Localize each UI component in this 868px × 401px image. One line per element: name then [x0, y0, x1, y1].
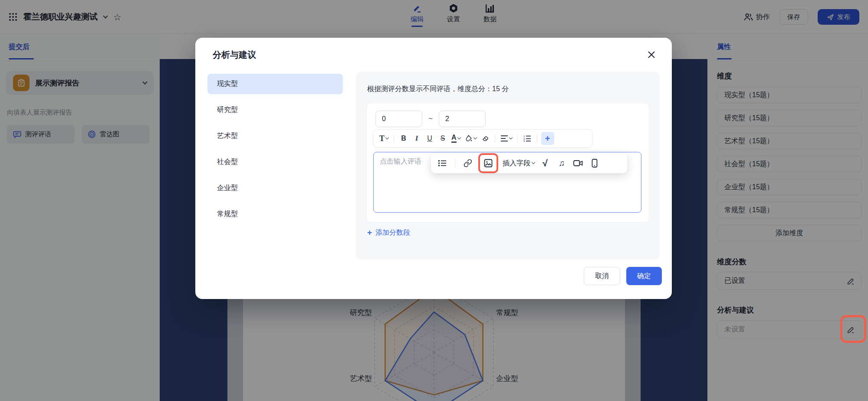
- text-color-glyph: A: [451, 134, 457, 143]
- add-score-range-button[interactable]: + 添加分数段: [367, 228, 410, 237]
- category-label: 常规型: [217, 210, 238, 219]
- image-icon: [484, 159, 493, 168]
- insert-audio-button[interactable]: ♫: [556, 156, 568, 171]
- font-style-label: T: [379, 134, 385, 143]
- highlight-color-button[interactable]: [464, 132, 478, 145]
- italic-button[interactable]: I: [411, 132, 422, 145]
- plus-icon: +: [367, 228, 372, 237]
- category-item-realistic[interactable]: 现实型: [207, 74, 343, 94]
- insert-field-label: 插入字段: [503, 159, 530, 168]
- close-button[interactable]: [646, 49, 657, 60]
- insert-toolbar: 插入字段 √ ♫: [431, 153, 627, 173]
- category-item-investigative[interactable]: 研究型: [207, 100, 343, 120]
- highlight-box-insert-image: [478, 153, 498, 173]
- category-label: 研究型: [217, 105, 238, 115]
- confirm-label: 确定: [637, 272, 651, 281]
- bullet-list-icon: [438, 160, 447, 167]
- bullet-list-button[interactable]: [436, 156, 448, 171]
- music-note-icon: ♫: [559, 158, 565, 168]
- dialog-title: 分析与建议: [213, 49, 256, 61]
- category-item-artistic[interactable]: 艺术型: [207, 126, 343, 146]
- category-list: 现实型 研究型 艺术型 社会型 企业型 常规型: [207, 74, 343, 230]
- text-color-button[interactable]: A: [450, 132, 462, 145]
- ordered-list-button[interactable]: 1 2 3: [522, 132, 533, 145]
- divider: [517, 134, 518, 143]
- category-item-conventional[interactable]: 常规型: [207, 204, 343, 224]
- bold-button[interactable]: B: [398, 132, 409, 145]
- add-score-range-label: 添加分数段: [375, 228, 410, 237]
- editor-placeholder: 点击输入评语: [380, 157, 421, 166]
- svg-text:3: 3: [523, 140, 525, 142]
- highlight-box-analysis-edit: [840, 315, 866, 343]
- range-max-input[interactable]: [439, 111, 486, 127]
- strikethrough-button[interactable]: S: [437, 132, 448, 145]
- close-icon: [647, 50, 656, 59]
- insert-field-button[interactable]: 插入字段: [503, 156, 535, 171]
- insert-formula-button[interactable]: √: [539, 156, 551, 171]
- confirm-button[interactable]: 确定: [626, 267, 662, 285]
- align-left-icon: [500, 135, 508, 142]
- eraser-icon: [481, 135, 489, 142]
- divider: [394, 134, 394, 143]
- chevron-down-icon: [457, 136, 460, 139]
- chevron-down-icon: [509, 136, 512, 139]
- ordered-list-icon: 1 2 3: [523, 135, 531, 142]
- link-icon: [464, 159, 472, 168]
- video-camera-icon: [573, 159, 583, 167]
- insert-video-button[interactable]: [572, 156, 584, 171]
- category-label: 社会型: [217, 158, 238, 167]
- insert-mobile-button[interactable]: [589, 156, 601, 171]
- underline-glyph: U: [427, 135, 432, 142]
- insert-image-button[interactable]: [482, 156, 494, 171]
- align-button[interactable]: [499, 132, 513, 145]
- underline-button[interactable]: U: [424, 132, 435, 145]
- plus-icon: +: [545, 134, 550, 144]
- add-toolbar-item-button[interactable]: +: [541, 132, 554, 145]
- eraser-button[interactable]: [480, 132, 491, 145]
- analysis-dialog: 分析与建议 现实型 研究型 艺术型 社会型 企业型 常规型 根据测评分数显示不同…: [195, 38, 672, 299]
- range-min-input[interactable]: [375, 111, 422, 127]
- chevron-down-icon: [473, 136, 477, 139]
- category-label: 现实型: [217, 79, 238, 89]
- mobile-phone-icon: [592, 159, 598, 168]
- divider: [455, 159, 455, 168]
- bold-glyph: B: [401, 135, 406, 142]
- category-item-enterprising[interactable]: 企业型: [207, 178, 343, 198]
- chevron-down-icon: [532, 161, 535, 164]
- strike-glyph: S: [441, 135, 445, 142]
- paint-bucket-icon: [465, 135, 473, 142]
- category-label: 企业型: [217, 184, 238, 193]
- panel-description: 根据测评分数显示不同评语，维度总分：15 分: [367, 85, 509, 94]
- cancel-label: 取消: [595, 272, 609, 281]
- rich-text-toolbar: T B I U S A: [373, 129, 592, 148]
- font-style-button[interactable]: T: [378, 132, 390, 145]
- range-separator: ~: [422, 115, 439, 123]
- category-label: 艺术型: [217, 131, 238, 141]
- divider: [537, 134, 537, 143]
- sqrt-icon: √: [542, 158, 548, 168]
- insert-link-button[interactable]: [462, 156, 474, 171]
- chevron-down-icon: [385, 136, 389, 139]
- italic-glyph: I: [415, 135, 418, 142]
- category-item-social[interactable]: 社会型: [207, 152, 343, 172]
- cancel-button[interactable]: 取消: [584, 267, 620, 285]
- divider: [495, 134, 495, 143]
